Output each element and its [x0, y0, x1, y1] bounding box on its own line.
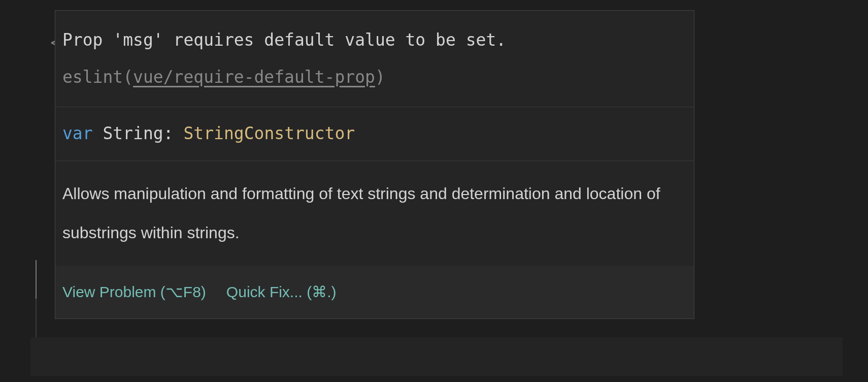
indent-guide	[36, 299, 37, 337]
signature-section: var String: StringConstructor	[55, 107, 694, 161]
hover-actions-bar: View Problem (⌥F8) Quick Fix... (⌘.)	[55, 266, 694, 319]
diagnostic-rule-link[interactable]: vue/require-default-prop	[133, 67, 375, 87]
sig-colon: :	[163, 123, 184, 143]
hover-tooltip: Prop 'msg' requires default value to be …	[55, 10, 694, 319]
documentation-section: Allows manipulation and formatting of te…	[55, 161, 694, 266]
line-highlight	[30, 337, 843, 376]
diagnostic-message: Prop 'msg' requires default value to be …	[62, 30, 506, 50]
sig-type: StringConstructor	[183, 123, 355, 143]
diagnostic-section: Prop 'msg' requires default value to be …	[55, 11, 694, 107]
view-problem-button[interactable]: View Problem (⌥F8)	[62, 273, 206, 311]
quick-fix-button[interactable]: Quick Fix... (⌘.)	[226, 273, 337, 311]
var-keyword: var	[62, 123, 93, 143]
sig-name: String	[103, 123, 163, 143]
diagnostic-source: eslint(	[62, 67, 133, 87]
documentation-text: Allows manipulation and formatting of te…	[62, 184, 660, 242]
indent-guide	[36, 260, 37, 299]
